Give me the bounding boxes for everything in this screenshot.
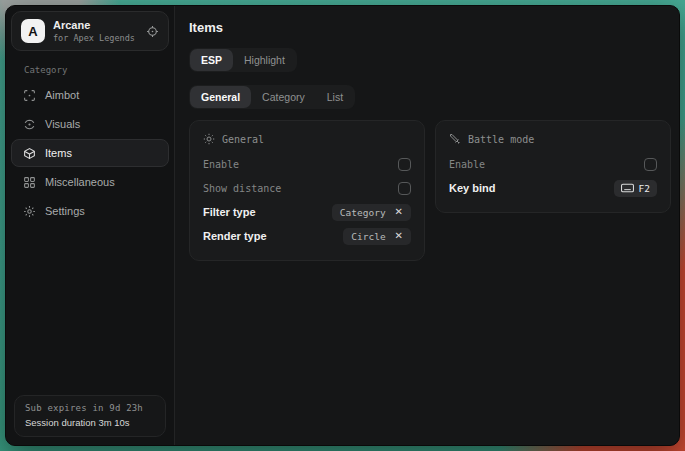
setting-label: Render type [203,230,267,242]
battle-mode-panel-title: Battle mode [468,134,534,145]
battle-mode-panel-header: Battle mode [449,133,657,145]
keybind-value: F2 [639,183,650,194]
sidebar-item-label: Miscellaneous [45,176,115,188]
main-content: Items ESP Highlight General Category Lis… [175,6,680,445]
sidebar-item-items[interactable]: Items [11,139,169,167]
setting-label: Enable [203,159,239,170]
brand-header: A Arcane for Apex Legends [11,11,169,51]
tab-list[interactable]: List [316,86,354,108]
sub-expires-text: Sub expires in 9d 23h [25,403,155,413]
sidebar-item-label: Settings [45,205,85,217]
render-type-value: Circle [351,231,385,242]
keybind-badge[interactable]: F2 [614,180,657,197]
app-name: Arcane [53,19,138,33]
filter-type-value: Category [340,207,386,218]
category-section-label: Category [24,65,169,75]
general-panel: General Enable Show distance Filter type… [189,120,425,261]
sword-icon [449,133,461,145]
tab-highlight[interactable]: Highlight [233,49,296,71]
render-type-chip[interactable]: Circle ✕ [343,228,411,245]
close-icon[interactable]: ✕ [395,231,403,241]
eye-target-icon [23,118,36,131]
mode-tabs: ESP Highlight [189,48,297,72]
tab-category[interactable]: Category [251,86,316,108]
battle-mode-panel: Battle mode Enable Key bind [435,120,671,213]
setting-label: Filter type [203,206,256,218]
setting-row-render-type: Render type Circle ✕ [203,224,411,248]
filter-type-chip[interactable]: Category ✕ [332,204,411,221]
setting-row-battle-enable: Enable [449,152,657,176]
tab-general[interactable]: General [190,86,251,108]
sidebar-item-settings[interactable]: Settings [11,197,169,225]
sidebar: A Arcane for Apex Legends Category [6,6,175,445]
general-panel-title: General [222,134,264,145]
view-tabs: General Category List [189,85,355,109]
box-icon [23,147,36,160]
brand-text: Arcane for Apex Legends [53,19,138,43]
setting-label: Show distance [203,183,281,194]
panels-row: General Enable Show distance Filter type… [189,120,671,261]
battle-enable-checkbox[interactable] [644,158,657,171]
sidebar-item-miscellaneous[interactable]: Miscellaneous [11,168,169,196]
general-panel-header: General [203,133,411,145]
setting-label: Key bind [449,182,495,194]
tab-esp[interactable]: ESP [190,49,233,71]
app-subtitle: for Apex Legends [53,33,138,44]
grid-icon [23,176,36,189]
setting-row-enable: Enable [203,152,411,176]
app-logo: A [21,19,45,43]
sidebar-item-visuals[interactable]: Visuals [11,110,169,138]
sidebar-item-label: Aimbot [45,89,79,101]
gear-icon [23,205,36,218]
sidebar-item-label: Visuals [45,118,80,130]
sidebar-item-label: Items [45,147,72,159]
app-window: A Arcane for Apex Legends Category [5,5,680,446]
show-distance-checkbox[interactable] [398,182,411,195]
sidebar-item-aimbot[interactable]: Aimbot [11,81,169,109]
sun-icon [203,133,215,145]
sidebar-spacer [11,225,169,395]
enable-checkbox[interactable] [398,158,411,171]
setting-row-show-distance: Show distance [203,176,411,200]
close-icon[interactable]: ✕ [395,207,403,217]
target-icon[interactable] [146,25,159,38]
keyboard-icon [621,183,634,193]
setting-row-filter-type: Filter type Category ✕ [203,200,411,224]
page-title: Items [189,20,671,35]
setting-label: Enable [449,159,485,170]
sidebar-nav: Aimbot Visuals Items [11,81,169,225]
session-duration-text: Session duration 3m 10s [25,417,155,428]
setting-row-key-bind: Key bind F2 [449,176,657,200]
crosshair-icon [23,89,36,102]
session-info-box: Sub expires in 9d 23h Session duration 3… [14,395,166,437]
